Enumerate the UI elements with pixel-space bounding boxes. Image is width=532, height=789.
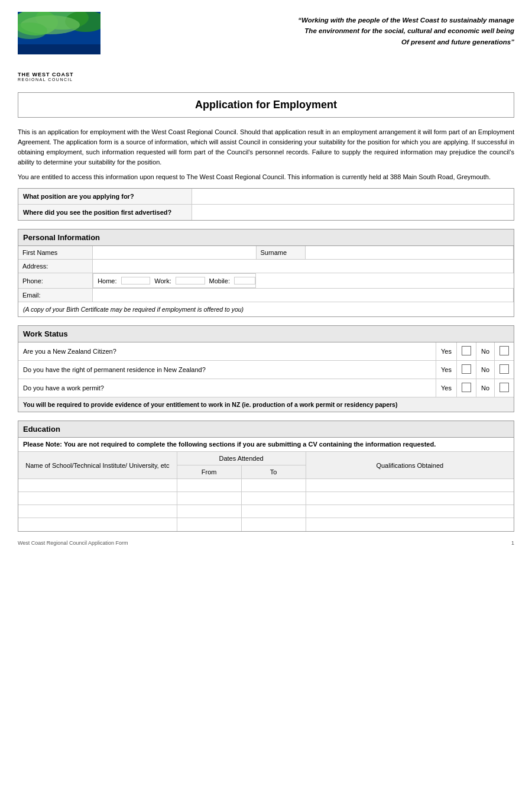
school-cell[interactable]	[18, 505, 177, 518]
from-cell[interactable]	[177, 518, 241, 531]
title-box: Application for Employment	[18, 92, 514, 118]
intro-para1: This is an application for employment wi…	[18, 127, 514, 167]
work-status-header: Work Status	[18, 326, 514, 342]
work-status-note: You will be required to provide evidence…	[18, 397, 514, 412]
work-value[interactable]	[176, 277, 205, 284]
to-cell[interactable]	[241, 492, 306, 505]
from-cell[interactable]	[177, 492, 241, 505]
from-cell[interactable]	[177, 505, 241, 518]
no-label-1: No	[476, 342, 494, 361]
from-cell[interactable]	[177, 479, 241, 492]
no-checkbox-1[interactable]	[495, 342, 514, 361]
tagline: “Working with the people of the West Coa…	[112, 12, 514, 47]
svg-rect-6	[18, 44, 100, 54]
logo-svg	[18, 12, 100, 68]
logo-area: THE WEST COAST REGIONAL COUNCIL	[18, 12, 112, 82]
school-col-header: Name of School/Technical Institute/ Univ…	[18, 452, 177, 479]
logo	[18, 12, 100, 68]
checkbox[interactable]	[499, 383, 509, 392]
table-row: Where did you see the position first adv…	[18, 205, 514, 221]
table-row	[18, 518, 514, 531]
education-header: Education	[18, 421, 514, 438]
phone-row: Home: Work: Mobile:	[93, 273, 256, 288]
checkbox[interactable]	[499, 364, 509, 374]
first-names-label: First Names	[18, 246, 93, 260]
yes-checkbox-2[interactable]	[456, 361, 476, 379]
tagline-line3: Of present and future generations”	[112, 37, 514, 47]
no-checkbox-3[interactable]	[495, 379, 514, 397]
table-row	[18, 479, 514, 492]
table-row: What position are you applying for?	[18, 189, 514, 205]
position-value[interactable]	[192, 189, 514, 205]
yes-label-1: Yes	[436, 342, 456, 361]
education-note: Please Note: You are not required to com…	[18, 438, 514, 452]
table-row: Phone: Home: Work: Mobile:	[18, 273, 514, 289]
logo-subtitle: REGIONAL COUNCIL	[18, 77, 112, 82]
footer-right: 1	[511, 540, 514, 546]
tagline-line1: “Working with the people of the West Coa…	[112, 15, 514, 25]
education-section: Education Please Note: You are not requi…	[18, 421, 514, 532]
address-label: Address:	[18, 260, 93, 273]
yes-checkbox-3[interactable]	[456, 379, 476, 397]
qual-col-header: Qualifications Obtained	[306, 452, 514, 479]
table-row: Email:	[18, 289, 514, 302]
no-label-2: No	[476, 361, 494, 379]
school-cell[interactable]	[18, 518, 177, 531]
dates-col-header: Dates Attended	[177, 452, 306, 465]
qual-cell[interactable]	[306, 479, 514, 492]
checkbox[interactable]	[499, 346, 509, 355]
yes-label-3: Yes	[436, 379, 456, 397]
page-footer: West Coast Regional Council Application …	[18, 540, 514, 546]
school-cell[interactable]	[18, 492, 177, 505]
work-label: Work:	[150, 277, 176, 284]
permanent-residence-question: Do you have the right of permanent resid…	[18, 361, 436, 379]
qual-cell[interactable]	[306, 492, 514, 505]
to-cell[interactable]	[241, 505, 306, 518]
table-row: Address:	[18, 260, 514, 273]
qual-cell[interactable]	[306, 518, 514, 531]
to-cell[interactable]	[241, 479, 306, 492]
mobile-label: Mobile:	[205, 277, 234, 284]
nz-citizen-question: Are you a New Zealand Citizen?	[18, 342, 436, 361]
qual-cell[interactable]	[306, 505, 514, 518]
work-status-table: Are you a New Zealand Citizen? Yes No Do…	[18, 342, 514, 412]
school-cell[interactable]	[18, 479, 177, 492]
header-row-1: Name of School/Technical Institute/ Univ…	[18, 452, 514, 465]
checkbox[interactable]	[462, 383, 471, 392]
from-col-header: From	[177, 465, 241, 479]
table-row: Do you have a work permit? Yes No	[18, 379, 514, 397]
table-row: Home: Work: Mobile:	[93, 277, 255, 284]
surname-label: Surname	[256, 246, 306, 260]
footer-left: West Coast Regional Council Application …	[18, 540, 128, 546]
advertised-label: Where did you see the position first adv…	[18, 205, 192, 221]
no-label-3: No	[476, 379, 494, 397]
phone-label: Phone:	[18, 273, 93, 289]
checkbox[interactable]	[462, 346, 471, 355]
email-value[interactable]	[93, 289, 514, 302]
note-row: You will be required to provide evidence…	[18, 397, 514, 412]
yes-label-2: Yes	[436, 361, 456, 379]
work-permit-question: Do you have a work permit?	[18, 379, 436, 397]
no-checkbox-2[interactable]	[495, 361, 514, 379]
tagline-line2: The environment for the social, cultural…	[112, 25, 514, 36]
work-status-section: Work Status Are you a New Zealand Citize…	[18, 325, 514, 412]
page-header: THE WEST COAST REGIONAL COUNCIL “Working…	[18, 12, 514, 82]
position-table: What position are you applying for? Wher…	[18, 189, 514, 220]
email-label: Email:	[18, 289, 93, 302]
education-table-head: Name of School/Technical Institute/ Univ…	[18, 452, 514, 479]
mobile-value[interactable]	[235, 277, 255, 284]
advertised-value[interactable]	[192, 205, 514, 221]
yes-checkbox-1[interactable]	[456, 342, 476, 361]
education-table: Name of School/Technical Institute/ Univ…	[18, 452, 514, 531]
home-value[interactable]	[121, 277, 150, 284]
intro-text: This is an application for employment wi…	[18, 127, 514, 182]
address-value[interactable]	[93, 260, 514, 273]
to-cell[interactable]	[241, 518, 306, 531]
surname-value[interactable]	[306, 246, 514, 260]
home-label: Home:	[93, 277, 121, 284]
table-row	[18, 505, 514, 518]
checkbox[interactable]	[462, 364, 471, 374]
logo-title: THE WEST COAST	[18, 72, 112, 77]
first-names-value[interactable]	[93, 246, 256, 260]
position-label: What position are you applying for?	[18, 189, 192, 205]
